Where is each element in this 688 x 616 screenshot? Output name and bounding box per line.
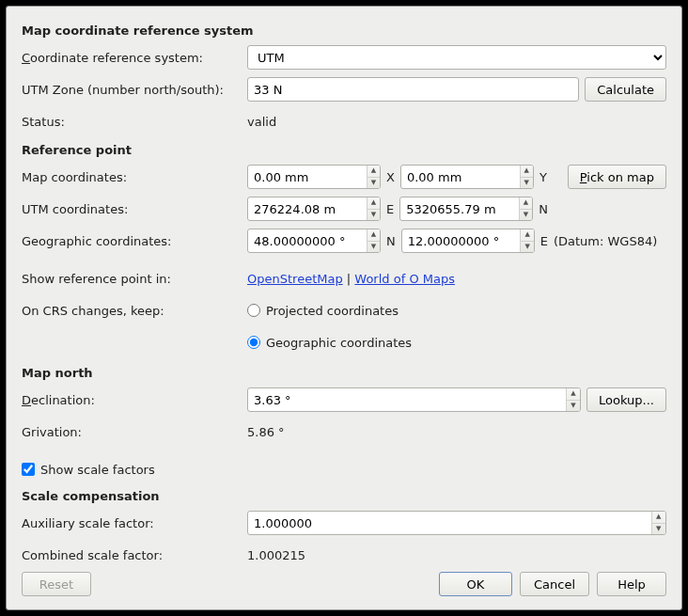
status-value: valid <box>247 112 666 132</box>
combined-scale-label: Combined scale factor: <box>22 548 247 562</box>
reset-button[interactable]: Reset <box>22 572 91 596</box>
show-scale-label: Show scale factors <box>40 463 155 477</box>
georeferencing-dialog: Map coordinate reference system Coordina… <box>6 6 682 610</box>
link-separator: | <box>343 272 355 286</box>
spin-down-icon[interactable]: ▼ <box>567 401 580 412</box>
spin-up-icon[interactable]: ▲ <box>652 512 665 524</box>
spin-up-icon[interactable]: ▲ <box>367 197 380 210</box>
link-openstreetmap[interactable]: OpenStreetMap <box>247 272 343 286</box>
geo-lon-input[interactable]: ▲▼ <box>401 229 535 253</box>
spin-down-icon[interactable]: ▼ <box>367 210 380 221</box>
utm-zone-input[interactable] <box>247 77 579 102</box>
y-suffix: Y <box>539 170 547 184</box>
spin-up-icon[interactable]: ▲ <box>367 166 380 178</box>
x-suffix: X <box>386 170 395 184</box>
n-suffix: N <box>386 234 396 248</box>
map-x-input[interactable]: ▲▼ <box>247 165 381 189</box>
declination-input[interactable]: ▲▼ <box>247 387 581 412</box>
utm-zone-label: UTM Zone (number north/south): <box>22 83 247 97</box>
map-y-input[interactable]: ▲▼ <box>400 165 534 189</box>
spin-up-icon[interactable]: ▲ <box>567 388 580 401</box>
spin-down-icon[interactable]: ▼ <box>521 242 533 253</box>
spin-down-icon[interactable]: ▼ <box>652 524 665 535</box>
section-title-crs: Map coordinate reference system <box>22 24 666 38</box>
dialog-button-bar: Reset OK Cancel Help <box>22 572 666 596</box>
spin-up-icon[interactable]: ▲ <box>520 197 532 210</box>
show-ref-label: Show reference point in: <box>22 272 247 286</box>
grivation-value: 5.86 ° <box>247 422 666 442</box>
spin-down-icon[interactable]: ▼ <box>521 178 533 189</box>
map-coords-label: Map coordinates: <box>22 170 247 184</box>
lookup-button[interactable]: Lookup... <box>586 387 666 412</box>
n-suffix: N <box>539 202 548 216</box>
spin-up-icon[interactable]: ▲ <box>521 229 533 242</box>
combined-scale-value: 1.000215 <box>247 545 666 565</box>
geo-lat-input[interactable]: ▲▼ <box>247 229 381 253</box>
spin-down-icon[interactable]: ▼ <box>367 242 380 253</box>
spin-down-icon[interactable]: ▼ <box>520 210 532 221</box>
crs-select[interactable]: UTM <box>247 45 666 70</box>
help-button[interactable]: Help <box>597 572 666 596</box>
spin-up-icon[interactable]: ▲ <box>367 229 380 242</box>
datum-text: (Datum: WGS84) <box>554 234 657 248</box>
utm-e-input[interactable]: ▲▼ <box>247 197 381 221</box>
crs-label: Coordinate reference system: <box>22 51 247 65</box>
link-world-of-o[interactable]: World of O Maps <box>354 272 455 286</box>
status-label: Status: <box>22 115 247 129</box>
spin-down-icon[interactable]: ▼ <box>367 178 380 189</box>
radio-projected[interactable] <box>247 304 260 317</box>
ok-button[interactable]: OK <box>439 572 512 596</box>
section-title-ref: Reference point <box>22 143 666 157</box>
e-suffix: E <box>540 234 548 248</box>
aux-scale-label: Auxiliary scale factor: <box>22 516 247 530</box>
geo-coords-label: Geographic coordinates: <box>22 234 247 248</box>
section-title-north: Map north <box>22 366 666 380</box>
radio-geographic[interactable] <box>247 336 260 349</box>
show-scale-checkbox[interactable] <box>22 463 35 476</box>
declination-label: Declination: <box>22 393 247 407</box>
aux-scale-input[interactable]: ▲▼ <box>247 511 666 535</box>
e-suffix: E <box>386 202 394 216</box>
calculate-button[interactable]: Calculate <box>585 77 666 102</box>
section-title-scale: Scale compensation <box>22 489 666 503</box>
grivation-label: Grivation: <box>22 425 247 439</box>
radio-projected-label: Projected coordinates <box>266 304 399 318</box>
cancel-button[interactable]: Cancel <box>520 572 589 596</box>
keep-label: On CRS changes, keep: <box>22 304 247 318</box>
spin-up-icon[interactable]: ▲ <box>521 166 533 178</box>
radio-geographic-label: Geographic coordinates <box>266 336 412 350</box>
utm-coords-label: UTM coordinates: <box>22 202 247 216</box>
pick-on-map-button[interactable]: Pick on map <box>568 165 666 189</box>
utm-n-input[interactable]: ▲▼ <box>399 197 533 221</box>
